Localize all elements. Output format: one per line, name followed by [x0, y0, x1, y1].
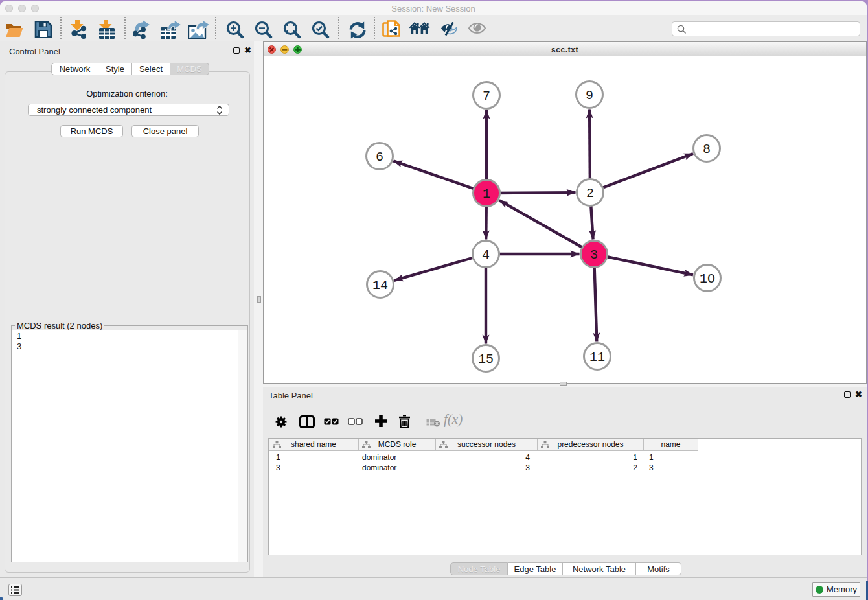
- svg-text:1O: 1O: [700, 271, 715, 286]
- svg-text:7: 7: [483, 89, 490, 104]
- svg-text:14: 14: [372, 278, 388, 293]
- svg-text:9: 9: [586, 88, 593, 103]
- svg-text:1: 1: [483, 187, 490, 202]
- svg-text:11: 11: [589, 350, 605, 365]
- svg-text:6: 6: [376, 150, 383, 165]
- svg-text:8: 8: [703, 142, 711, 157]
- svg-text:3: 3: [590, 248, 598, 262]
- svg-text:15: 15: [478, 352, 494, 367]
- svg-text:2: 2: [586, 186, 594, 201]
- svg-text:4: 4: [482, 248, 490, 262]
